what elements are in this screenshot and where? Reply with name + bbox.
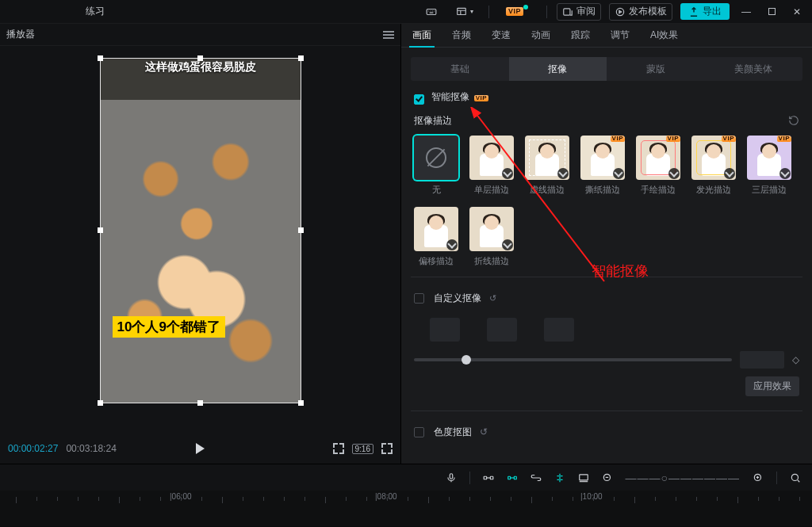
window-minimize[interactable]: — [737,3,755,21]
stroke-glow[interactable]: VIP 发光描边 [691,136,736,196]
frame-fit-icon[interactable] [333,443,344,454]
tab-animation[interactable]: 动画 [528,24,553,47]
video-overlay-top: 这样做鸡蛋很容易脱皮 [101,60,301,74]
picture-subtabs: 基础 抠像 蒙版 美颜美体 [411,57,802,81]
svg-rect-8 [508,476,510,479]
zoom-out-icon[interactable] [602,472,613,483]
transport-bar: 00:00:02:27 00:03:18:24 9:16 [0,433,400,464]
smart-matting-checkbox[interactable] [414,94,424,105]
custom-tool[interactable] [487,318,517,342]
chroma-key-label: 色度抠图 [434,426,472,439]
window-maximize[interactable] [763,3,780,21]
window-close[interactable]: ✕ [788,3,806,21]
tab-tracking[interactable]: 跟踪 [568,24,593,47]
annotation-text: 智能抠像 [592,262,649,281]
blade-active-icon[interactable] [554,472,565,483]
custom-matting-checkbox[interactable] [414,293,424,304]
stroke-none[interactable]: 无 [414,136,458,196]
svg-rect-10 [579,474,588,479]
layout-icon[interactable]: ▾ [450,3,479,21]
smart-matting-label: 智能抠像 [431,91,469,102]
apply-effect-button[interactable]: 应用效果 [745,376,799,396]
inspector-pane: 画面 音频 变速 动画 跟踪 调节 AI效果 基础 抠像 蒙版 美颜美体 智能抠… [401,24,812,464]
time-total: 00:03:18:24 [66,443,116,454]
svg-rect-6 [484,476,487,479]
zoom-in-icon[interactable] [753,472,764,483]
tab-speed[interactable]: 变速 [488,24,514,47]
resize-handle[interactable] [98,55,103,61]
subtab-basic[interactable]: 基础 [411,57,509,81]
project-title: 练习 [86,5,105,18]
timeline-toolbar: ———○—————— [0,464,812,491]
brush-size-slider[interactable] [414,358,732,361]
resize-handle[interactable] [298,227,304,233]
review-button[interactable]: 审阅 [557,3,601,21]
chroma-key-checkbox[interactable] [414,427,424,437]
vip-button[interactable]: VIP [499,3,537,21]
player-pane: 播放器 这样做鸡蛋很容易脱皮 10个人9个都错了 00:00:02:27 [0,24,401,464]
player-stage[interactable]: 这样做鸡蛋很容易脱皮 10个人9个都错了 [0,46,400,433]
reset-small-icon[interactable]: ↺ [489,293,496,304]
stroke-offset[interactable]: 偏移描边 [414,207,458,267]
chroma-key-row[interactable]: 色度抠图 ↺ [401,418,812,447]
export-button[interactable]: 导出 [680,3,730,20]
stroke-polyline[interactable]: 折线描边 [469,207,514,267]
play-button[interactable] [196,443,205,454]
svg-rect-5 [450,473,453,478]
stroke-single[interactable]: 单层描边 [469,136,514,196]
custom-tool[interactable] [430,318,460,342]
smart-matting-row: 智能抠像 VIP [401,81,812,108]
subtab-mask[interactable]: 蒙版 [607,57,705,81]
subtab-matting[interactable]: 抠像 [509,57,607,81]
custom-tool[interactable] [544,318,574,342]
stroke-section-title: 抠像描边 [414,114,452,128]
stroke-hand[interactable]: VIP 手绘描边 [636,136,680,196]
keyboard-icon[interactable] [420,3,442,21]
timeline-ruler[interactable]: |06:00 |08:00 |10:00 [0,491,812,526]
svg-rect-1 [458,8,466,14]
player-pane-title: 播放器 [6,28,35,41]
resize-handle[interactable] [197,55,203,61]
zoom-slider[interactable]: ———○—————— [626,472,740,484]
custom-matting-label: 自定义抠像 [434,292,481,305]
publish-template-button[interactable]: 发布模板 [609,3,672,21]
stroke-triple[interactable]: VIP 三层描边 [747,136,791,196]
stroke-dashed[interactable]: 虚线描边 [525,136,569,196]
tab-adjust[interactable]: 调节 [607,24,633,47]
player-menu-icon[interactable] [383,31,394,39]
zoom-fit-icon[interactable] [790,472,801,483]
mic-icon[interactable] [446,472,457,483]
property-tabs: 画面 音频 变速 动画 跟踪 调节 AI效果 [401,24,812,48]
resize-handle[interactable] [98,400,103,406]
app-titlebar: 练习 ▾ VIP 审阅 发布模板 导出 — ✕ [0,0,812,24]
aspect-ratio-button[interactable]: 9:16 [352,444,373,454]
link-split-icon[interactable] [483,472,494,483]
brush-size-value[interactable] [740,351,784,369]
time-current: 00:00:02:27 [8,443,58,454]
tab-ai-effect[interactable]: AI效果 [647,24,681,47]
svg-point-13 [791,474,798,480]
custom-tool-boxes [401,313,812,343]
stroke-thumbs: 无 单层描边 虚线描边 VIP 撕纸描边 VIP 手绘描边 VIP 发光描边 [401,128,812,270]
magnet-active-icon[interactable] [507,472,518,483]
tab-audio[interactable]: 音频 [449,24,474,47]
stroke-torn[interactable]: VIP 撕纸描边 [580,136,625,196]
video-overlay-caption: 10个人9个都错了 [113,316,225,338]
svg-rect-0 [427,9,436,14]
resize-handle[interactable] [298,400,304,406]
reset-icon[interactable] [788,115,799,126]
svg-rect-7 [490,476,493,479]
resize-handle[interactable] [298,55,304,61]
tab-picture[interactable]: 画面 [409,24,435,47]
resize-handle[interactable] [98,227,103,233]
keyframe-icon[interactable]: ◇ [792,354,799,365]
link-icon[interactable] [530,472,542,483]
custom-matting-row: 自定义抠像 ↺ [401,284,812,313]
video-frame[interactable]: 这样做鸡蛋很容易脱皮 10个人9个都错了 [100,58,301,403]
preview-icon[interactable] [578,472,589,483]
subtab-beauty[interactable]: 美颜美体 [705,57,803,81]
svg-rect-2 [564,8,570,14]
resize-handle[interactable] [197,400,203,406]
vip-badge: VIP [474,95,488,101]
fullscreen-icon[interactable] [381,443,393,454]
